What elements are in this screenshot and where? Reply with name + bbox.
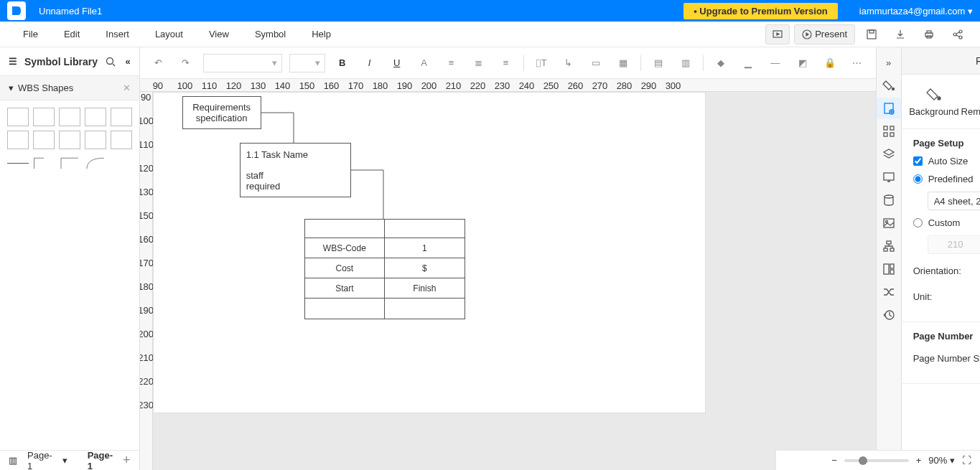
connector-icon[interactable]: ↳ xyxy=(559,53,579,73)
tab-fill-icon[interactable] xyxy=(877,75,901,96)
canvas[interactable]: Requirements specification 1.1 Task Name… xyxy=(153,92,706,413)
search-icon[interactable] xyxy=(105,56,116,67)
download-icon[interactable] xyxy=(888,24,913,44)
tab-grid-icon[interactable] xyxy=(877,121,901,142)
tab-page-icon[interactable] xyxy=(877,98,901,119)
font-select[interactable]: ▾ xyxy=(203,54,282,72)
print-icon[interactable] xyxy=(917,24,941,44)
group-label: WBS Shapes xyxy=(18,83,73,93)
shape-item[interactable] xyxy=(33,154,55,172)
save-icon[interactable] xyxy=(859,24,884,44)
line-style-icon[interactable]: — xyxy=(765,53,785,73)
shape-item[interactable] xyxy=(85,108,106,126)
width-input[interactable]: 210 xyxy=(928,235,980,254)
zoom-value[interactable]: 90% ▾ xyxy=(928,455,955,466)
lock-icon[interactable]: 🔒 xyxy=(820,53,840,73)
background-button[interactable]: Background xyxy=(908,86,960,117)
svg-point-29 xyxy=(938,97,941,100)
collapse-icon[interactable]: « xyxy=(125,56,130,67)
custom-radio[interactable] xyxy=(913,218,923,227)
page-tab[interactable]: Page-1 xyxy=(88,450,113,471)
svg-rect-5 xyxy=(927,31,931,33)
formatting-toolbar: ↶ ↷ ▾ ▾ B I U A ≡ ≣ ≡ ⌷T ↳ ▭ ▦ ▤ ▥ ◆ ▁ —… xyxy=(140,47,876,79)
page-select[interactable]: Page-1 xyxy=(27,450,52,471)
autosize-checkbox[interactable] xyxy=(913,156,923,166)
align-h-icon[interactable]: ≡ xyxy=(442,53,462,73)
slideshow-icon[interactable] xyxy=(765,24,790,44)
textcolor-icon[interactable]: A xyxy=(414,53,434,73)
align-left-icon[interactable]: ▤ xyxy=(648,53,668,73)
expand-icon[interactable]: » xyxy=(877,52,901,73)
pages-icon[interactable]: ▥ xyxy=(9,455,17,466)
node-task[interactable]: 1.1 Task Name staff required xyxy=(240,143,351,197)
shape-item[interactable] xyxy=(59,108,80,126)
underline-icon[interactable]: U xyxy=(387,53,407,73)
menu-symbol[interactable]: Symbol xyxy=(242,29,299,39)
more-icon[interactable]: ⋯ xyxy=(847,53,867,73)
menu-edit[interactable]: Edit xyxy=(51,29,93,39)
menu-layout[interactable]: Layout xyxy=(142,29,196,39)
remove-bg-button[interactable]: Remove B… xyxy=(961,86,980,117)
shape-item[interactable] xyxy=(85,131,106,149)
node-requirements[interactable]: Requirements specification xyxy=(182,96,261,129)
shape-item[interactable] xyxy=(111,108,132,126)
fontsize-select[interactable]: ▾ xyxy=(289,54,325,72)
undo-icon[interactable]: ↶ xyxy=(149,53,169,73)
line-spacing-icon[interactable]: ≡ xyxy=(496,53,516,73)
upgrade-button[interactable]: • Upgrade to Premium Version xyxy=(683,3,838,19)
distribute-icon[interactable]: ▥ xyxy=(676,53,696,73)
menu-help[interactable]: Help xyxy=(299,29,344,39)
shape-item[interactable] xyxy=(59,131,80,149)
menubar: File Edit Insert Layout View Symbol Help… xyxy=(0,22,980,47)
library-group[interactable]: ▾ WBS Shapes ✕ xyxy=(0,76,139,100)
zoom-out-icon[interactable]: − xyxy=(831,455,837,466)
shape-item[interactable] xyxy=(33,131,55,149)
app-logo[interactable] xyxy=(7,1,26,20)
tab-image-icon[interactable] xyxy=(877,212,901,234)
present-button[interactable]: Present xyxy=(794,24,855,44)
shape-item[interactable] xyxy=(111,131,132,149)
tab-present-icon[interactable] xyxy=(877,166,901,188)
chevron-down-icon[interactable]: ▾ xyxy=(62,455,67,466)
menu-view[interactable]: View xyxy=(196,29,242,39)
panel-actions: Background Remove B… AWatermark xyxy=(902,75,980,129)
tab-orgchart-icon[interactable] xyxy=(877,235,901,257)
menu-insert[interactable]: Insert xyxy=(93,29,142,39)
italic-icon[interactable]: I xyxy=(360,53,380,73)
zoom-bar: − + 90% ▾ ⛶ xyxy=(775,450,980,470)
shape-item[interactable] xyxy=(7,108,29,126)
shape-item[interactable] xyxy=(85,154,106,172)
shadow-icon[interactable]: ◩ xyxy=(793,53,813,73)
zoom-in-icon[interactable]: + xyxy=(916,455,922,466)
add-page-icon[interactable]: + xyxy=(123,453,131,468)
tab-shuffle-icon[interactable] xyxy=(877,281,901,303)
shape-item[interactable] xyxy=(7,163,29,164)
tab-data-icon[interactable] xyxy=(877,189,901,211)
menu-file[interactable]: File xyxy=(10,29,51,39)
textbox-icon[interactable]: ⌷T xyxy=(531,53,551,73)
account-menu[interactable]: iammurtaza4@gmail.com ▾ xyxy=(859,6,973,17)
close-icon[interactable]: ✕ xyxy=(123,83,131,93)
container-icon[interactable]: ▭ xyxy=(586,53,606,73)
tab-clipart-icon[interactable] xyxy=(877,258,901,280)
svg-point-19 xyxy=(885,195,893,198)
tab-layers-icon[interactable] xyxy=(877,144,901,165)
predefined-radio[interactable] xyxy=(913,174,923,184)
bold-icon[interactable]: B xyxy=(332,53,353,73)
tab-history-icon[interactable] xyxy=(877,304,901,326)
align-v-icon[interactable]: ≣ xyxy=(469,53,489,73)
node-table[interactable]: WBS-Code1 Cost$ StartFinish xyxy=(304,219,465,319)
redo-icon[interactable]: ↷ xyxy=(176,53,196,73)
shape-item[interactable] xyxy=(59,154,80,172)
shape-item[interactable] xyxy=(7,131,29,149)
fill-icon[interactable]: ◆ xyxy=(711,53,731,73)
table-icon[interactable]: ▦ xyxy=(613,53,633,73)
svg-point-21 xyxy=(885,221,887,223)
share-icon[interactable] xyxy=(946,24,970,44)
shape-item[interactable] xyxy=(33,108,55,126)
fullscreen-icon[interactable]: ⛶ xyxy=(962,455,971,466)
line-color-icon[interactable]: ▁ xyxy=(738,53,758,73)
preset-select[interactable]: A4 sheet, 210mm x 297 mm▾ xyxy=(928,192,980,210)
zoom-slider[interactable] xyxy=(844,459,909,462)
library-title: Symbol Library xyxy=(24,56,98,67)
